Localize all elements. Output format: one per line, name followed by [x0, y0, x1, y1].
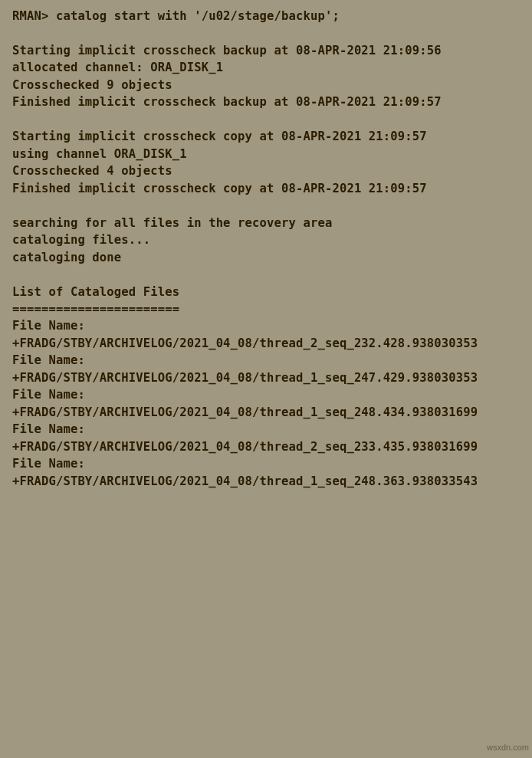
terminal-container: RMAN> catalog start with '/u02/stage/bac…	[0, 0, 532, 758]
terminal-output: RMAN> catalog start with '/u02/stage/bac…	[12, 8, 520, 490]
watermark: wsxdn.com	[487, 743, 529, 752]
